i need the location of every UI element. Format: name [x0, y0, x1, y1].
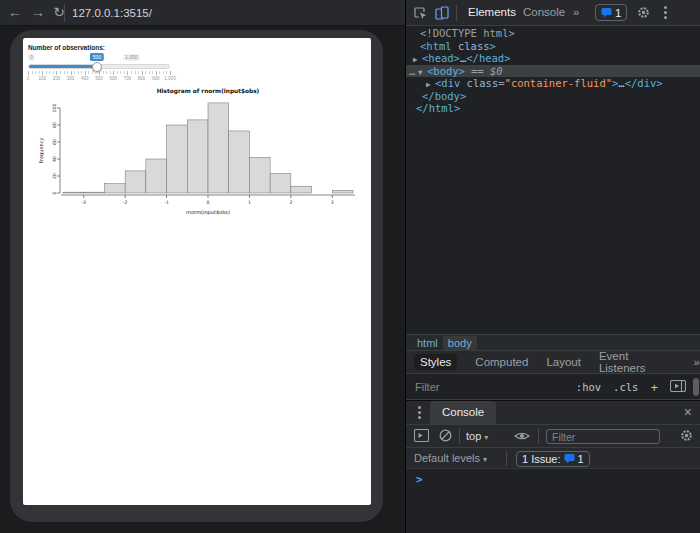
reload-icon[interactable]: ↻ — [50, 0, 68, 26]
tree-node-body[interactable]: … ▼<body>== $0 — [406, 65, 700, 78]
issue-count: 1 — [578, 453, 584, 465]
forward-icon[interactable]: → — [29, 0, 47, 26]
selected-node-flag: == $0 — [471, 65, 503, 77]
toolbar-divider — [459, 428, 460, 444]
devtools-pane: Elements Console » 1 <!DOCTYPE html> <ht… — [405, 0, 700, 533]
crumb-html[interactable]: html — [412, 336, 443, 350]
issues-count: 1 — [615, 7, 621, 19]
styles-filter-bar: :hov .cls + — [406, 375, 700, 400]
toolbar-divider — [456, 5, 457, 21]
console-toolbar: top▾ — [406, 425, 700, 448]
svg-text:60: 60 — [52, 139, 57, 145]
slider-value-badge: 500 — [90, 53, 104, 61]
svg-text:Frequency: Frequency — [38, 138, 45, 164]
prompt-chevron-icon[interactable]: > — [416, 473, 423, 486]
svg-text:40: 40 — [52, 156, 57, 162]
device-frame: Number of observations: 0 500 1,000 0100… — [10, 30, 383, 522]
tab-elements[interactable]: Elements — [468, 0, 516, 25]
histogram-plot: -3-2-10123020406080100Histogram of rnorm… — [33, 83, 363, 219]
hov-toggle[interactable]: :hov — [576, 381, 601, 393]
console-filter-input[interactable] — [547, 430, 659, 443]
device-screen: Number of observations: 0 500 1,000 0100… — [23, 38, 371, 505]
toolbar-divider — [64, 4, 65, 22]
slider-label: Number of observations: — [28, 44, 170, 53]
styles-tabbar: Styles Computed Layout Event Listeners » — [406, 350, 700, 374]
tab-layout[interactable]: Layout — [546, 356, 581, 368]
devtools-tabbar: Elements Console » 1 — [406, 0, 700, 26]
close-icon[interactable]: × — [684, 401, 692, 425]
elements-tree: <!DOCTYPE html> <html class> ▶<head>…</h… — [406, 27, 700, 115]
svg-text:100: 100 — [52, 104, 57, 113]
issues-badge[interactable]: 1 — [595, 4, 627, 21]
tree-node-doctype[interactable]: <!DOCTYPE html> — [406, 27, 700, 40]
svg-text:-1: -1 — [164, 200, 169, 205]
svg-text:1: 1 — [248, 200, 251, 205]
eye-icon[interactable] — [514, 430, 530, 444]
svg-text:-2: -2 — [123, 200, 128, 205]
console-drawer: Console × top▾ Default levels▾ — [406, 400, 700, 533]
crumb-body[interactable]: body — [443, 336, 477, 350]
drawer-tab-console[interactable]: Console — [430, 401, 496, 424]
styles-more-tabs-button[interactable]: » — [694, 356, 700, 368]
svg-text:0: 0 — [52, 191, 57, 194]
tab-event-listeners[interactable]: Event Listeners — [599, 350, 676, 374]
slider-value-row: 0 500 1,000 — [28, 53, 170, 62]
tab-console[interactable]: Console — [523, 0, 565, 25]
slider-max-label: 1,000 — [123, 54, 140, 61]
tree-node-html[interactable]: <html class> — [406, 40, 700, 53]
tree-node-head[interactable]: ▶<head>…</head> — [406, 52, 700, 65]
toggle-sidebar-icon[interactable] — [670, 380, 686, 394]
toolbar-divider — [538, 428, 539, 444]
scrollbar-thumb[interactable] — [693, 378, 699, 396]
tree-node-body-close[interactable]: </body> — [406, 90, 700, 103]
svg-text:Histogram of rnorm(input$obs): Histogram of rnorm(input$obs) — [157, 88, 260, 95]
more-tabs-button[interactable]: » — [573, 0, 579, 25]
address-bar[interactable]: 127.0.0.1:3515/ — [72, 0, 152, 26]
chevron-down-icon: ▾ — [484, 433, 488, 442]
slider-track[interactable] — [28, 64, 170, 69]
clear-console-icon[interactable] — [439, 429, 452, 444]
svg-text:2: 2 — [289, 200, 292, 205]
drawer-kebab-menu-icon[interactable] — [413, 406, 426, 419]
console-sidebar-icon[interactable] — [414, 429, 429, 444]
more-actions-dots[interactable]: … — [409, 65, 415, 78]
kebab-menu-icon[interactable] — [659, 6, 672, 19]
context-selector[interactable]: top▾ — [466, 425, 488, 448]
message-bubble-icon — [564, 453, 575, 464]
issues-pill[interactable]: 1 Issue: 1 — [516, 451, 590, 467]
tree-node-html-close[interactable]: </html> — [406, 102, 700, 115]
svg-text:80: 80 — [52, 122, 57, 128]
tab-computed[interactable]: Computed — [475, 356, 528, 368]
chevron-down-icon: ▾ — [483, 455, 487, 464]
inspect-icon[interactable] — [413, 6, 427, 22]
device-toolbar-icon[interactable] — [435, 6, 449, 22]
cls-toggle[interactable]: .cls — [613, 381, 638, 393]
drawer-header: Console × — [406, 401, 700, 425]
slider-grid: 01002003004005006007008009001,000 — [28, 71, 170, 83]
plot-output: -3-2-10123020406080100Histogram of rnorm… — [33, 83, 363, 219]
console-filter-box — [546, 429, 660, 444]
back-icon[interactable]: ← — [6, 0, 24, 26]
breadcrumb: html body — [406, 334, 700, 350]
console-levels-bar: Default levels▾ 1 Issue: 1 — [406, 448, 700, 469]
message-bubble-icon — [601, 7, 612, 18]
new-style-rule-button[interactable]: + — [650, 380, 658, 395]
console-messages[interactable]: > — [406, 469, 700, 532]
svg-text:rnorm(input$obs): rnorm(input$obs) — [186, 209, 230, 216]
svg-text:0: 0 — [207, 200, 210, 205]
styles-filter-input[interactable] — [408, 381, 564, 393]
browser-toolbar: ← → ↻ 127.0.0.1:3515/ — [0, 0, 405, 26]
browser-content: Number of observations: 0 500 1,000 0100… — [0, 26, 405, 533]
svg-text:20: 20 — [52, 173, 57, 179]
svg-text:-3: -3 — [81, 200, 86, 205]
settings-gear-icon[interactable] — [637, 6, 650, 21]
issue-label: 1 Issue: — [522, 453, 561, 465]
slider-min-label: 0 — [28, 54, 35, 61]
observations-slider: Number of observations: 0 500 1,000 0100… — [28, 44, 170, 83]
console-settings-gear-icon[interactable] — [680, 429, 693, 444]
browser-pane: ← → ↻ 127.0.0.1:3515/ Number of observat… — [0, 0, 405, 533]
tree-node-container-div[interactable]: ▶<div class="container-fluid">…</div> — [406, 77, 700, 90]
tab-styles[interactable]: Styles — [414, 354, 457, 370]
toolbar-divider — [506, 451, 507, 466]
log-levels-dropdown[interactable]: Default levels▾ — [414, 448, 487, 469]
